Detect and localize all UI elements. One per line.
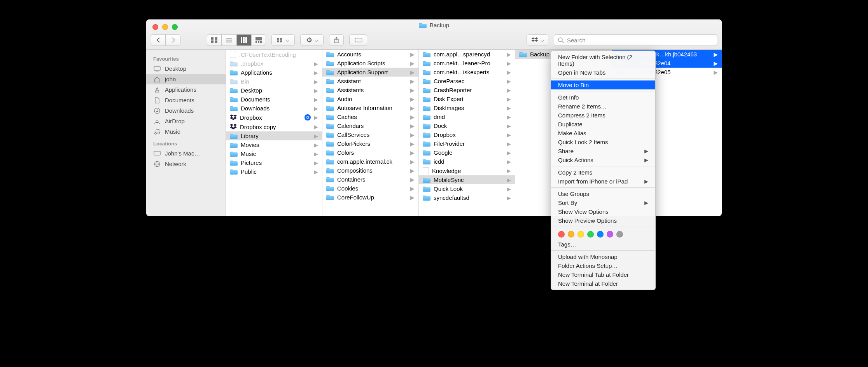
file-item[interactable]: Knowledge▶ xyxy=(419,166,515,175)
file-item[interactable]: Applications▶ xyxy=(226,68,322,77)
menu-item-duplicate[interactable]: Duplicate xyxy=(551,120,655,129)
file-item[interactable]: Disk Expert▶ xyxy=(419,94,515,103)
sidebar-item-desktop[interactable]: Desktop xyxy=(146,63,226,74)
menu-item-quick-actions[interactable]: Quick Actions▶ xyxy=(551,156,655,164)
tags-button[interactable] xyxy=(349,34,367,46)
menu-item-copy-2-items[interactable]: Copy 2 Items xyxy=(551,168,655,177)
menu-item-show-view-options[interactable]: Show View Options xyxy=(551,207,655,216)
file-item[interactable]: Dropbox▶ xyxy=(419,130,515,139)
back-button[interactable] xyxy=(151,34,166,46)
file-item[interactable]: Caches▶ xyxy=(322,112,418,121)
file-item[interactable]: Documents▶ xyxy=(226,95,322,104)
file-item[interactable]: Library▶ xyxy=(226,131,322,140)
file-item[interactable]: Calendars▶ xyxy=(322,121,418,130)
dropbox-toolbar-button[interactable]: ⌵ xyxy=(527,34,548,46)
action-button[interactable]: ⚙⌵ xyxy=(300,34,324,46)
tag-color[interactable] xyxy=(568,231,574,238)
file-item[interactable]: com.nekt…leaner-Pro▶ xyxy=(419,59,515,68)
menu-item-get-info[interactable]: Get Info xyxy=(551,93,655,102)
file-item[interactable]: dmd▶ xyxy=(419,112,515,121)
menu-item-new-terminal-tab-at-folder[interactable]: New Terminal Tab at Folder xyxy=(551,270,655,279)
file-item[interactable]: Movies▶ xyxy=(226,140,322,149)
list-view-button[interactable] xyxy=(222,34,236,46)
menu-item-open-in-new-tabs[interactable]: Open in New Tabs xyxy=(551,68,655,77)
sidebar-item-john-s-mac-[interactable]: John's Mac… xyxy=(146,148,226,159)
file-item[interactable]: com.nekt…iskexperts▶ xyxy=(419,68,515,77)
file-item[interactable]: Desktop▶ xyxy=(226,86,322,95)
file-item[interactable]: Google▶ xyxy=(419,148,515,157)
tag-color[interactable] xyxy=(607,231,613,238)
menu-item-import-from-iphone-or-ipad[interactable]: Import from iPhone or iPad▶ xyxy=(551,177,655,186)
file-item[interactable]: Dropbox▶ xyxy=(226,113,322,122)
icon-view-button[interactable] xyxy=(207,34,222,46)
file-item[interactable]: Compositions▶ xyxy=(322,166,418,175)
file-item[interactable]: Bin▶ xyxy=(226,77,322,86)
file-item[interactable]: com.apple.internal.ck▶ xyxy=(322,157,418,166)
sidebar-item-john[interactable]: john xyxy=(146,74,226,84)
file-item[interactable]: Cookies▶ xyxy=(322,184,418,193)
menu-item-rename-2-items[interactable]: Rename 2 Items… xyxy=(551,102,655,111)
menu-item-new-folder-with-selection-2-items[interactable]: New Folder with Selection (2 Items) xyxy=(551,52,655,68)
share-button[interactable] xyxy=(329,34,344,46)
menu-item-sort-by[interactable]: Sort By▶ xyxy=(551,198,655,207)
file-item[interactable]: Pictures▶ xyxy=(226,158,322,167)
file-item[interactable]: Dropbox copy▶ xyxy=(226,122,322,131)
file-item[interactable]: .dropbox▶ xyxy=(226,59,322,68)
file-item[interactable]: FileProvider▶ xyxy=(419,139,515,148)
file-item[interactable]: Accounts▶ xyxy=(322,50,418,59)
file-item[interactable]: Application Scripts▶ xyxy=(322,59,418,68)
tag-color[interactable] xyxy=(558,231,565,238)
file-item[interactable]: CoreFollowUp▶ xyxy=(322,193,418,202)
file-item[interactable]: Assistant▶ xyxy=(322,77,418,86)
file-item[interactable]: Assistants▶ xyxy=(322,86,418,94)
column-view-button[interactable] xyxy=(236,34,251,46)
sidebar-item-music[interactable]: Music xyxy=(146,126,226,137)
menu-item-show-preview-options[interactable]: Show Preview Options xyxy=(551,216,655,225)
file-item[interactable]: CoreParsec▶ xyxy=(419,77,515,86)
tag-color[interactable] xyxy=(597,231,604,238)
search-field[interactable]: Search xyxy=(554,34,717,46)
file-item[interactable]: Audio▶ xyxy=(322,94,418,103)
menu-item-move-to-bin[interactable]: Move to Bin xyxy=(551,80,655,89)
toolbar: ⌵ ⚙⌵ ⌵ Search xyxy=(151,33,717,47)
gallery-view-button[interactable] xyxy=(251,34,266,46)
sidebar-item-applications[interactable]: Applications xyxy=(146,84,226,95)
menu-item-use-groups[interactable]: Use Groups xyxy=(551,189,655,198)
file-item[interactable]: Dock▶ xyxy=(419,121,515,130)
file-item[interactable]: DiskImages▶ xyxy=(419,103,515,112)
file-item[interactable]: Quick Look▶ xyxy=(419,184,515,193)
sidebar-item-documents[interactable]: Documents xyxy=(146,95,226,105)
sidebar-item-downloads[interactable]: Downloads xyxy=(146,105,226,116)
tag-color[interactable] xyxy=(616,231,623,238)
file-item[interactable]: Containers▶ xyxy=(322,175,418,184)
menu-item-compress-2-items[interactable]: Compress 2 Items xyxy=(551,111,655,120)
menu-item-new-terminal-at-folder[interactable]: New Terminal at Folder xyxy=(551,279,655,288)
menu-item-upload-with-monosnap[interactable]: Upload with Monosnap xyxy=(551,252,655,261)
file-item[interactable]: com.appl…sparencyd▶ xyxy=(419,50,515,59)
menu-separator xyxy=(551,227,655,227)
forward-button[interactable] xyxy=(166,34,180,46)
file-item[interactable]: Music▶ xyxy=(226,149,322,158)
arrange-button[interactable]: ⌵ xyxy=(271,34,295,46)
file-item[interactable]: .CFUserTextEncoding xyxy=(226,50,322,59)
file-item[interactable]: CrashReporter▶ xyxy=(419,86,515,94)
file-item[interactable]: CallServices▶ xyxy=(322,130,418,139)
file-item[interactable]: icdd▶ xyxy=(419,157,515,166)
file-item[interactable]: syncdefaultsd▶ xyxy=(419,193,515,202)
file-item[interactable]: Autosave Information▶ xyxy=(322,103,418,112)
file-item[interactable]: Application Support▶ xyxy=(322,68,418,77)
sidebar-item-airdrop[interactable]: AirDrop xyxy=(146,116,226,126)
menu-item-share[interactable]: Share▶ xyxy=(551,147,655,156)
menu-item-tags[interactable]: Tags… xyxy=(551,240,655,249)
file-item[interactable]: Colors▶ xyxy=(322,148,418,157)
file-item[interactable]: MobileSync▶ xyxy=(419,175,515,184)
tag-color[interactable] xyxy=(578,231,584,238)
menu-item-make-alias[interactable]: Make Alias xyxy=(551,129,655,138)
sidebar-item-network[interactable]: Network xyxy=(146,159,226,169)
file-item[interactable]: Downloads▶ xyxy=(226,104,322,113)
file-item[interactable]: ColorPickers▶ xyxy=(322,139,418,148)
menu-item-folder-actions-setup[interactable]: Folder Actions Setup… xyxy=(551,261,655,270)
tag-color[interactable] xyxy=(587,231,594,238)
file-item[interactable]: Public▶ xyxy=(226,167,322,176)
menu-item-quick-look-2-items[interactable]: Quick Look 2 Items xyxy=(551,138,655,147)
